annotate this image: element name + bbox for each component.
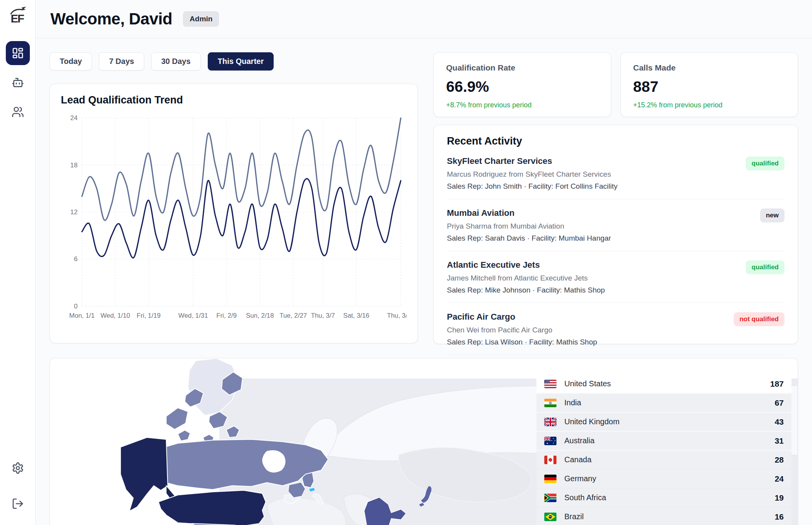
svg-text:Fri, 2/9: Fri, 2/9 bbox=[216, 312, 236, 319]
activity-item[interactable]: Pacific Air Cargo Chen Wei from Pacific … bbox=[447, 303, 784, 355]
flag-canada-icon bbox=[544, 456, 557, 464]
activity-meta: Sales Rep: John Smith · Facility: Fort C… bbox=[447, 182, 784, 191]
admin-badge: Admin bbox=[183, 11, 219, 27]
app-logo: EF bbox=[7, 5, 29, 26]
page-title: Welcome, David bbox=[50, 10, 172, 28]
flag-united-kingdom-icon bbox=[544, 418, 557, 426]
svg-text:24: 24 bbox=[70, 114, 78, 122]
svg-text:18: 18 bbox=[70, 162, 78, 169]
activity-meta: Sales Rep: Mike Johnson · Facility: Math… bbox=[447, 286, 784, 294]
flag-south-africa-icon bbox=[544, 494, 557, 502]
activity-company: Atlantic Executive Jets bbox=[447, 260, 784, 270]
country-list: United States 187 India 67 bbox=[536, 375, 791, 525]
recent-activity-title: Recent Activity bbox=[447, 135, 784, 147]
country-row-united-states[interactable]: United States 187 bbox=[536, 375, 791, 393]
country-name: Australia bbox=[564, 436, 775, 445]
activity-contact: James Mitchell from Atlantic Executive J… bbox=[447, 274, 784, 282]
gear-icon bbox=[12, 462, 24, 474]
users-icon bbox=[12, 106, 24, 118]
country-row-brazil[interactable]: Brazil 16 bbox=[536, 508, 791, 525]
sidebar-item-dashboard[interactable] bbox=[6, 41, 30, 65]
sidebar-item-bot[interactable] bbox=[6, 71, 30, 95]
stat-delta: +8.7% from previous period bbox=[446, 101, 598, 109]
status-badge: qualified bbox=[746, 157, 784, 170]
svg-text:Fri, 1/19: Fri, 1/19 bbox=[137, 312, 161, 319]
stat-value: 887 bbox=[633, 78, 786, 95]
activity-item[interactable]: Atlantic Executive Jets James Mitchell f… bbox=[447, 251, 784, 303]
main-content: Welcome, David Admin Today 7 Days 30 Day… bbox=[36, 0, 812, 525]
country-row-australia[interactable]: Australia 31 bbox=[536, 432, 791, 450]
sidebar-nav bbox=[6, 41, 30, 124]
recent-activity-card: Recent Activity SkyFleet Charter Service… bbox=[433, 125, 798, 344]
right-column: Qualification Rate 66.9% +8.7% from prev… bbox=[433, 52, 798, 344]
chart-title: Lead Qualification Trend bbox=[61, 94, 407, 106]
country-value: 43 bbox=[775, 417, 784, 427]
country-row-south-africa[interactable]: South Africa 19 bbox=[536, 489, 791, 507]
country-value: 16 bbox=[775, 512, 784, 522]
left-column: Today 7 Days 30 Days This Quarter Lead Q… bbox=[50, 52, 418, 343]
flag-united-states-icon bbox=[544, 380, 557, 388]
flag-germany-icon bbox=[544, 475, 557, 483]
dashboard-grid-icon bbox=[12, 47, 24, 59]
activity-contact: Priya Sharma from Mumbai Aviation bbox=[447, 222, 784, 231]
logo-plane-icon: EF bbox=[8, 5, 28, 26]
sidebar: EF bbox=[0, 0, 36, 525]
country-value: 24 bbox=[775, 474, 784, 484]
country-name: India bbox=[564, 398, 775, 407]
activity-contact: Chen Wei from Pacific Air Cargo bbox=[447, 326, 784, 334]
country-name: Brazil bbox=[564, 512, 775, 521]
status-badge: new bbox=[760, 208, 784, 222]
calls-made-card: Calls Made 887 +15.2% from previous peri… bbox=[621, 52, 798, 117]
content: Today 7 Days 30 Days This Quarter Lead Q… bbox=[36, 38, 812, 525]
activity-meta: Sales Rep: Lisa Wilson · Facility: Mathi… bbox=[447, 338, 784, 346]
country-name: South Africa bbox=[564, 493, 775, 502]
status-badge: qualified bbox=[746, 260, 784, 274]
country-row-canada[interactable]: Canada 28 bbox=[536, 451, 791, 469]
sidebar-item-users[interactable] bbox=[6, 100, 30, 124]
svg-text:Wed, 1/31: Wed, 1/31 bbox=[178, 312, 208, 319]
filter-30-days[interactable]: 30 Days bbox=[151, 52, 201, 71]
app-root: EF bbox=[0, 0, 812, 525]
bot-icon bbox=[12, 76, 24, 89]
filter-this-quarter[interactable]: This Quarter bbox=[208, 52, 274, 71]
svg-text:Sun, 2/18: Sun, 2/18 bbox=[246, 312, 274, 319]
svg-text:6: 6 bbox=[74, 255, 78, 263]
country-row-india[interactable]: India 67 bbox=[536, 394, 791, 412]
country-name: Canada bbox=[564, 455, 775, 464]
svg-text:Sat, 3/16: Sat, 3/16 bbox=[343, 312, 369, 319]
stat-label: Qualification Rate bbox=[446, 63, 598, 72]
svg-text:Tue, 2/27: Tue, 2/27 bbox=[279, 312, 307, 319]
svg-text:Thu, 3/7: Thu, 3/7 bbox=[311, 312, 335, 319]
activity-company: Mumbai Aviation bbox=[447, 208, 784, 218]
flag-india-icon bbox=[544, 399, 557, 407]
country-row-germany[interactable]: Germany 24 bbox=[536, 470, 791, 488]
country-name: United Kingdom bbox=[564, 417, 775, 426]
activity-contact: Marcus Rodriguez from SkyFleet Charter S… bbox=[447, 170, 784, 179]
lead-qualification-trend-card: Lead Qualification Trend 06121824Mon, 1/… bbox=[50, 84, 418, 343]
sidebar-bottom bbox=[6, 456, 30, 516]
date-filter-group: Today 7 Days 30 Days This Quarter bbox=[50, 52, 418, 71]
country-value: 19 bbox=[775, 493, 784, 503]
stat-label: Calls Made bbox=[633, 63, 786, 72]
activity-item[interactable]: Mumbai Aviation Priya Sharma from Mumbai… bbox=[447, 199, 784, 251]
country-name: Germany bbox=[564, 474, 775, 483]
qualification-rate-card: Qualification Rate 66.9% +8.7% from prev… bbox=[433, 52, 611, 117]
sidebar-item-logout[interactable] bbox=[6, 492, 30, 516]
svg-text:Mon, 1/1: Mon, 1/1 bbox=[69, 312, 95, 319]
svg-text:12: 12 bbox=[70, 208, 78, 216]
filter-7-days[interactable]: 7 Days bbox=[99, 52, 144, 71]
logout-icon bbox=[12, 497, 24, 510]
svg-text:Thu, 3/28: Thu, 3/28 bbox=[387, 312, 407, 319]
status-badge: not qualified bbox=[734, 312, 784, 326]
stat-delta: +15.2% from previous period bbox=[633, 101, 786, 109]
country-value: 67 bbox=[775, 398, 784, 408]
sidebar-item-settings[interactable] bbox=[6, 456, 30, 480]
activity-company: SkyFleet Charter Services bbox=[447, 156, 784, 166]
activity-item[interactable]: SkyFleet Charter Services Marcus Rodrigu… bbox=[447, 147, 784, 199]
filter-today[interactable]: Today bbox=[50, 52, 92, 71]
svg-text:0: 0 bbox=[74, 303, 78, 310]
svg-text:Wed, 1/10: Wed, 1/10 bbox=[100, 312, 130, 319]
country-name: United States bbox=[564, 379, 770, 388]
country-row-united-kingdom[interactable]: United Kingdom 43 bbox=[536, 413, 791, 431]
stat-value: 66.9% bbox=[446, 78, 598, 95]
